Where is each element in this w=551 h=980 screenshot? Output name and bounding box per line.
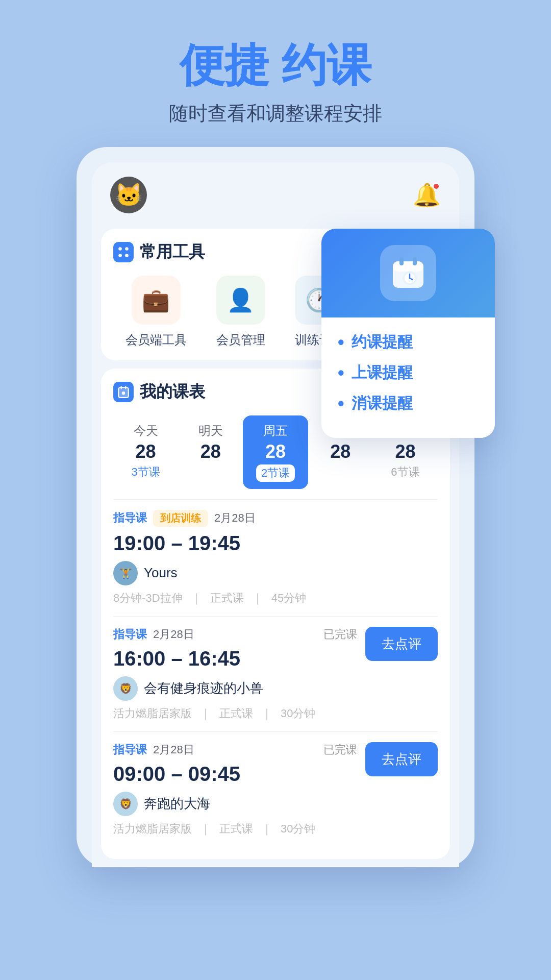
class-1-date: 2月28日 <box>214 510 256 526</box>
day-number-saturday: 28 <box>330 441 350 462</box>
class-1-trainer-name: Yours <box>144 565 178 581</box>
class-2-status: 已完课 <box>323 627 357 642</box>
class-3-header: 指导课 2月28日 已完课 <box>113 742 357 757</box>
class-1-detail: 8分钟-3D拉伸 ｜ 正式课 ｜ 45分钟 <box>113 591 438 606</box>
class-3-action: 去点评 <box>357 742 438 776</box>
class-2-date: 2月28日 <box>153 627 194 642</box>
notification-dot <box>433 183 440 190</box>
class-2-row: 指导课 2月28日 已完课 16:00 – 16:45 🦁 会有健身痕迹的小兽 … <box>113 627 438 721</box>
class-item-3: 指导课 2月28日 已完课 09:00 – 09:45 🦁 奔跑的大海 活力燃脂… <box>113 731 438 847</box>
svg-point-16 <box>122 391 126 395</box>
hero-section: 便捷 约课 随时查看和调整课程安排 <box>169 0 382 147</box>
tool-label-member-tools: 会员端工具 <box>126 332 187 348</box>
class-3-left: 指导课 2月28日 已完课 09:00 – 09:45 🦁 奔跑的大海 活力燃脂… <box>113 742 357 837</box>
phone-topbar: 🐱 🔔 <box>92 162 459 224</box>
svg-point-11 <box>125 254 129 257</box>
day-label-today: 今天 <box>134 423 158 439</box>
day-lessons-today: 3节课 <box>131 464 160 480</box>
day-number-friday: 28 <box>265 441 286 462</box>
class-1-type: 指导课 <box>113 510 147 526</box>
class-3-trainer-name: 奔跑的大海 <box>144 795 210 813</box>
hero-title: 便捷 约课 <box>169 41 382 90</box>
class-2-trainer-avatar: 🦁 <box>113 676 138 701</box>
class-3-plan: 活力燃脂居家版 <box>113 821 192 837</box>
day-number-today: 28 <box>136 441 156 462</box>
class-2-duration: 30分钟 <box>281 706 315 721</box>
class-2-type: 指导课 <box>113 627 147 642</box>
svg-rect-2 <box>399 257 404 265</box>
class-2-header: 指导课 2月28日 已完课 <box>113 627 357 642</box>
calendar-clock-icon <box>380 245 436 301</box>
day-tab-friday[interactable]: 周五 28 2节课 <box>243 415 308 489</box>
schedule-icon <box>113 382 134 402</box>
reminder-bullet-2: 上课提醒 <box>338 362 479 384</box>
class-3-row: 指导课 2月28日 已完课 09:00 – 09:45 🦁 奔跑的大海 活力燃脂… <box>113 742 438 837</box>
day-label-friday: 周五 <box>263 423 288 439</box>
hero-subtitle: 随时查看和调整课程安排 <box>169 101 382 127</box>
day-number-sunday: 28 <box>395 441 415 462</box>
class-1-warmup: 8分钟-3D拉伸 <box>113 591 183 606</box>
class-3-trainer-avatar: 🦁 <box>113 792 138 816</box>
class-2-plan: 活力燃脂居家版 <box>113 706 192 721</box>
svg-point-9 <box>125 247 129 251</box>
class-1-duration: 45分钟 <box>271 591 306 606</box>
class-3-type-detail: 正式课 <box>219 821 253 837</box>
svg-point-8 <box>118 247 122 251</box>
day-tab-today[interactable]: 今天 28 3节课 <box>113 415 178 489</box>
class-3-date: 2月28日 <box>153 742 194 757</box>
class-item-1: 指导课 到店训练 2月28日 19:00 – 19:45 🏋️ Yours 8分… <box>113 499 438 616</box>
tool-icon-member-manage: 👤 <box>216 276 265 325</box>
notification-bell[interactable]: 🔔 <box>413 182 441 208</box>
class-2-detail: 活力燃脂居家版 ｜ 正式课 ｜ 30分钟 <box>113 706 357 721</box>
day-lessons-friday: 2节课 <box>256 464 295 482</box>
review-button-2[interactable]: 去点评 <box>365 742 438 776</box>
class-3-type: 指导课 <box>113 742 147 757</box>
svg-rect-1 <box>393 261 423 272</box>
floating-card-header <box>321 229 495 317</box>
class-2-trainer: 🦁 会有健身痕迹的小兽 <box>113 676 357 701</box>
schedule-section: 我的课表 今天 28 3节课 明天 28 周五 2 <box>101 369 450 859</box>
class-1-time: 19:00 – 19:45 <box>113 532 438 555</box>
floating-card-body: 约课提醒 上课提醒 消课提醒 <box>321 317 495 438</box>
day-tab-tomorrow[interactable]: 明天 28 <box>178 415 243 489</box>
svg-rect-3 <box>413 257 417 265</box>
day-label-tomorrow: 明天 <box>198 423 223 439</box>
class-3-trainer: 🦁 奔跑的大海 <box>113 792 357 816</box>
class-2-left: 指导课 2月28日 已完课 16:00 – 16:45 🦁 会有健身痕迹的小兽 … <box>113 627 357 721</box>
tool-member-manage[interactable]: 👤 会员管理 <box>216 276 265 348</box>
tool-label-member-manage: 会员管理 <box>216 332 265 348</box>
class-2-trainer-name: 会有健身痕迹的小兽 <box>144 679 263 697</box>
svg-point-10 <box>118 254 122 257</box>
class-2-action: 去点评 <box>357 627 438 661</box>
class-3-status: 已完课 <box>323 742 357 757</box>
tools-icon <box>113 242 134 262</box>
class-item-2: 指导课 2月28日 已完课 16:00 – 16:45 🦁 会有健身痕迹的小兽 … <box>113 616 438 731</box>
hero-title-part2: 约课 <box>282 40 371 90</box>
class-3-duration: 30分钟 <box>281 821 315 837</box>
tool-member-tools[interactable]: 💼 会员端工具 <box>126 276 187 348</box>
day-lessons-sunday: 6节课 <box>391 464 419 480</box>
class-1-trainer: 🏋️ Yours <box>113 561 438 585</box>
class-1-type-detail: 正式课 <box>210 591 244 606</box>
day-number-tomorrow: 28 <box>201 441 221 462</box>
reminder-bullet-3: 消课提醒 <box>338 393 479 414</box>
class-1-tag: 到店训练 <box>153 510 208 527</box>
reminder-bullet-1: 约课提醒 <box>338 332 479 353</box>
class-3-detail: 活力燃脂居家版 ｜ 正式课 ｜ 30分钟 <box>113 821 357 837</box>
class-3-time: 09:00 – 09:45 <box>113 763 357 786</box>
avatar-emoji: 🐱 <box>115 182 143 208</box>
tool-icon-member-tools: 💼 <box>132 276 181 325</box>
phone-mockup: 约课提醒 上课提醒 消课提醒 🐱 🔔 常用工具 <box>77 147 474 867</box>
avatar[interactable]: 🐱 <box>110 177 147 213</box>
review-button-1[interactable]: 去点评 <box>365 627 438 661</box>
hero-title-part1: 便捷 <box>180 40 269 90</box>
class-2-type-detail: 正式课 <box>219 706 253 721</box>
class-2-time: 16:00 – 16:45 <box>113 647 357 670</box>
floating-reminder-card: 约课提醒 上课提醒 消课提醒 <box>321 229 495 438</box>
class-1-trainer-avatar: 🏋️ <box>113 561 138 585</box>
class-1-header: 指导课 到店训练 2月28日 <box>113 510 438 527</box>
